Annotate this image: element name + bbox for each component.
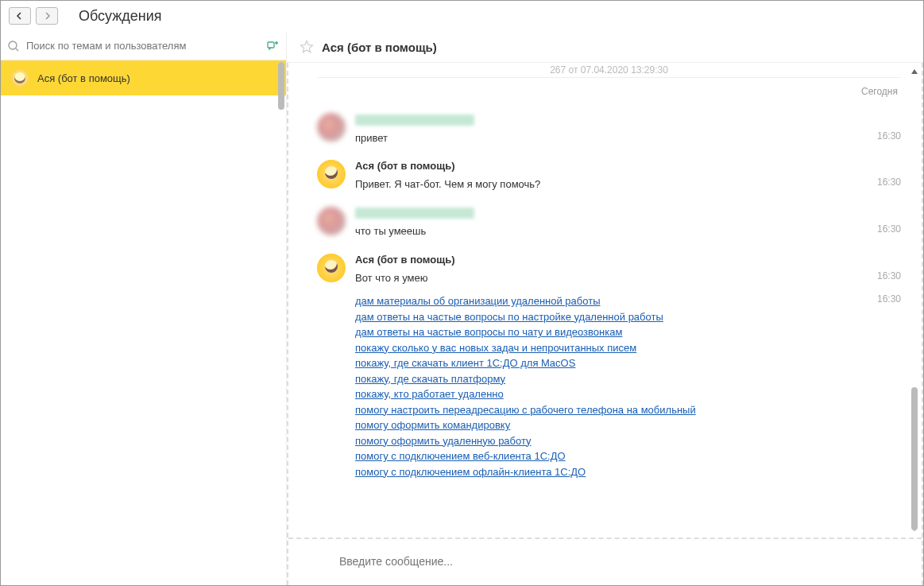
add-chat-button[interactable]: [265, 39, 280, 53]
message-body: привет 16:30: [355, 113, 901, 149]
star-icon[interactable]: [300, 40, 314, 54]
message-sender: [355, 113, 901, 126]
capability-link[interactable]: помогу настроить переадресацию с рабочег…: [355, 402, 696, 418]
sidebar: Ася (бот в помощь): [1, 32, 287, 585]
svg-line-1: [16, 49, 18, 51]
bot-avatar-icon: [10, 68, 29, 87]
chat-item-asya[interactable]: Ася (бот в помощь): [1, 60, 286, 95]
message-row: что ты умеешь 16:30: [355, 223, 901, 239]
user-avatar-icon: [317, 113, 346, 142]
main: Ася (бот в помощь) 267 от 07.04.2020 13:…: [287, 32, 923, 585]
message-text: Вот что я умею: [355, 270, 428, 286]
message-links-row: дам материалы об организации удаленной р…: [355, 293, 901, 479]
search-row: [1, 32, 286, 60]
compose-area: [288, 537, 922, 585]
nav-forward-button[interactable]: [36, 7, 58, 25]
message-time: 16:30: [877, 293, 901, 305]
capability-link[interactable]: покажу, кто работает удаленно: [355, 386, 696, 402]
nav-back-button[interactable]: [9, 7, 31, 25]
message-time: 16:30: [877, 130, 901, 142]
message-sender: Ася (бот в помощь): [355, 160, 901, 172]
main-content: 267 от 07.04.2020 13:29:30 Сегодня приве…: [288, 63, 922, 585]
chat-list: Ася (бот в помощь): [1, 60, 286, 585]
message: что ты умеешь 16:30: [317, 207, 901, 243]
message-links: дам материалы об организации удаленной р…: [355, 293, 696, 479]
message: Ася (бот в помощь) Вот что я умею 16:30 …: [317, 254, 901, 483]
header: Обсуждения: [1, 1, 923, 32]
messages-list: 267 от 07.04.2020 13:29:30 Сегодня приве…: [288, 63, 922, 537]
capability-link[interactable]: дам ответы на частые вопросы по настройк…: [355, 309, 696, 325]
message-row: Привет. Я чат-бот. Чем я могу помочь? 16…: [355, 177, 901, 192]
chat-item-name: Ася (бот в помощь): [37, 72, 130, 84]
bot-avatar-icon: [317, 160, 346, 188]
capability-link[interactable]: помогу с подключением веб-клиента 1С:ДО: [355, 448, 696, 464]
user-avatar-icon: [317, 207, 346, 235]
page-title: Обсуждения: [79, 8, 162, 25]
bot-avatar-icon: [317, 254, 346, 282]
app-window: Обсуждения Ася (бот в помощь): [0, 0, 924, 586]
messages-scrollbar[interactable]: [910, 69, 918, 531]
message-row: Вот что я умею 16:30: [355, 270, 901, 286]
capability-link[interactable]: помогу оформить удаленную работу: [355, 433, 696, 449]
message: Ася (бот в помощь) Привет. Я чат-бот. Че…: [317, 160, 901, 196]
capability-link[interactable]: помогу с подключением офлайн-клиента 1С:…: [355, 464, 696, 480]
message-time: 16:30: [877, 270, 901, 281]
message-time: 16:30: [877, 223, 901, 235]
arrow-left-icon: [15, 11, 25, 21]
message-text: что ты умеешь: [355, 223, 426, 239]
message-sender: Ася (бот в помощь): [355, 254, 901, 266]
day-divider: Сегодня: [317, 81, 901, 102]
message-body: Ася (бот в помощь) Привет. Я чат-бот. Че…: [355, 160, 901, 196]
capability-link[interactable]: помогу оформить командировку: [355, 417, 696, 433]
capability-link[interactable]: дам ответы на частые вопросы по чату и в…: [355, 324, 696, 340]
message-sender: [355, 207, 901, 219]
message-time: 16:30: [877, 177, 901, 188]
message: привет 16:30: [317, 113, 901, 149]
svg-point-0: [9, 41, 17, 49]
search-icon: [7, 40, 20, 52]
conversation-title: Ася (бот в помощь): [322, 41, 437, 54]
sender-redacted: [355, 114, 474, 126]
sidebar-scrollbar[interactable]: [278, 62, 284, 110]
sender-redacted: [355, 208, 474, 219]
conversation-header: Ася (бот в помощь): [287, 32, 923, 63]
capability-link[interactable]: покажу, где скачать платформу: [355, 371, 696, 387]
main-wrap: 267 от 07.04.2020 13:29:30 Сегодня приве…: [287, 63, 923, 585]
compose-input[interactable]: [336, 552, 906, 571]
capability-link[interactable]: покажу сколько у вас новых задач и непро…: [355, 340, 696, 356]
scroll-up-icon[interactable]: [911, 69, 918, 74]
search-input[interactable]: [23, 37, 261, 55]
scrollbar-thumb[interactable]: [278, 62, 284, 110]
prev-meta: 267 от 07.04.2020 13:29:30: [317, 63, 901, 78]
message-row: привет 16:30: [355, 130, 901, 146]
add-chat-icon: [266, 40, 279, 52]
message-text: Привет. Я чат-бот. Чем я могу помочь?: [355, 177, 540, 192]
capability-link[interactable]: дам материалы об организации удаленной р…: [355, 293, 696, 309]
message-body: что ты умеешь 16:30: [355, 207, 901, 243]
capability-link[interactable]: покажу, где скачать клиент 1С:ДО для Mac…: [355, 355, 696, 371]
message-body: Ася (бот в помощь) Вот что я умею 16:30 …: [355, 254, 901, 483]
search-input-wrap: [7, 37, 261, 55]
scrollbar-thumb[interactable]: [911, 387, 918, 530]
svg-rect-2: [268, 42, 274, 48]
arrow-right-icon: [42, 11, 52, 21]
body: Ася (бот в помощь) Ася (бот в помощь) 26…: [1, 32, 923, 585]
message-text: привет: [355, 130, 388, 146]
